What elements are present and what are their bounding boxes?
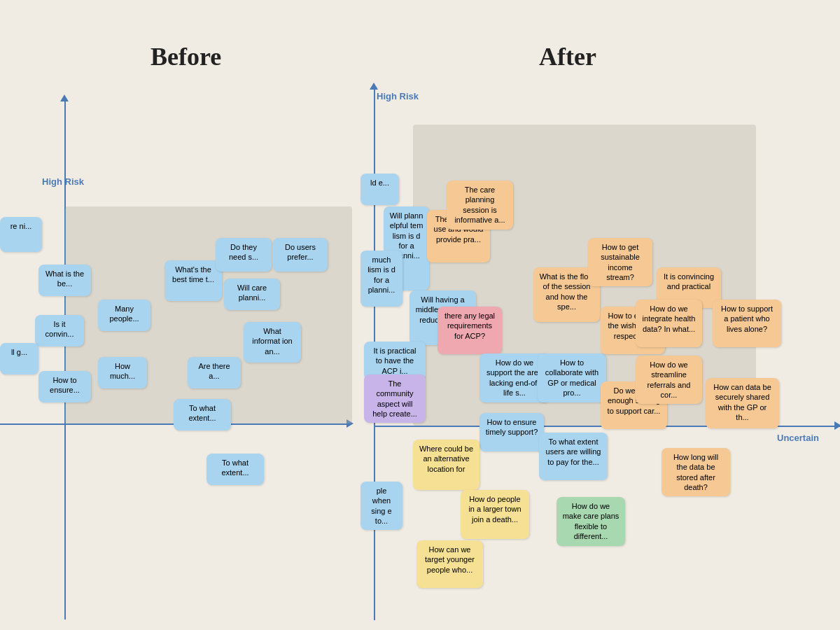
card-b1[interactable]: re ni... <box>0 217 42 252</box>
card-b6[interactable]: Many people... <box>98 300 150 331</box>
card-a23[interactable]: How long will the data be stored after d… <box>662 448 730 496</box>
after-x-arrow <box>834 421 840 430</box>
card-a7[interactable]: there any legal requirements for ACP? <box>438 307 502 354</box>
card-b5[interactable]: How to ensure... <box>38 371 91 402</box>
card-a12[interactable]: How to ensure timely support? <box>479 413 544 451</box>
card-b3[interactable]: Is it convin... <box>35 315 84 346</box>
card-a5[interactable]: The care planning session is informative… <box>447 181 513 230</box>
card-b2[interactable]: What is the be... <box>38 265 91 296</box>
card-a3[interactable]: much lism is d for a planni... <box>360 251 402 307</box>
card-a27[interactable]: How do we make care plans flexible to di… <box>556 497 625 546</box>
high-risk-label-after: High Risk <box>377 91 419 102</box>
uncertain-label: Uncertain <box>777 433 819 443</box>
card-a26[interactable]: How can we target younger people who... <box>416 540 483 588</box>
card-b12[interactable]: What informat ion an... <box>244 322 301 363</box>
high-risk-label-before: High Risk <box>42 176 84 187</box>
card-b9[interactable]: Do they need s... <box>216 238 272 272</box>
card-b14[interactable]: To what extent... <box>174 399 231 430</box>
before-title: Before <box>150 42 221 71</box>
card-a13[interactable]: How to collaborate with GP or medical pr… <box>538 354 606 402</box>
card-b13[interactable]: Are there a... <box>188 357 241 388</box>
card-b8[interactable]: What's the best time t... <box>164 260 222 301</box>
before-y-arrow <box>60 94 69 102</box>
card-a22[interactable]: How can data be securely shared with the… <box>706 378 779 428</box>
card-b15[interactable]: To what extent... <box>206 454 264 485</box>
after-y-arrow <box>370 83 378 90</box>
card-a28[interactable]: ple when sing e to... <box>360 482 402 530</box>
card-a24[interactable]: Where could be an alternative location f… <box>413 440 479 490</box>
card-b7[interactable]: How much... <box>98 357 147 388</box>
card-a25[interactable]: How do people in a larger town join a de… <box>461 490 529 539</box>
card-b11[interactable]: Will care planni... <box>224 279 280 310</box>
after-title: After <box>539 42 596 71</box>
card-a21[interactable]: How to support a patient who lives alone… <box>713 300 781 347</box>
card-a15[interactable]: How to get sustainable income stream? <box>588 238 652 286</box>
card-a19[interactable]: How do we integrate health data? In what… <box>636 300 702 347</box>
card-a14[interactable]: To what extent users are willing to pay … <box>539 433 608 480</box>
card-a20[interactable]: How do we streamline referrals and cor..… <box>636 356 702 404</box>
card-a1[interactable]: ld e... <box>360 174 399 205</box>
card-b10[interactable]: Do users prefer... <box>273 238 328 272</box>
card-b4[interactable]: ll g... <box>0 343 38 374</box>
card-a9[interactable]: The community aspect will help create... <box>364 374 426 423</box>
